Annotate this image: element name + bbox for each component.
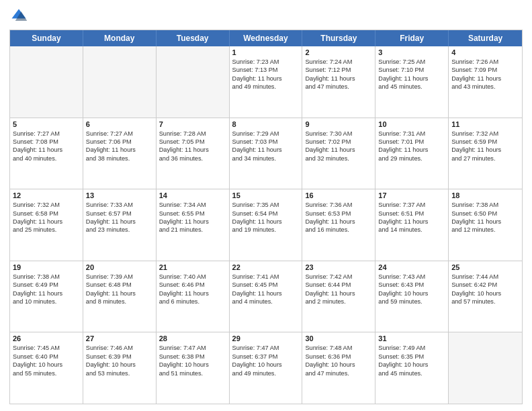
calendar-day-cell: 6Sunrise: 7:27 AMSunset: 7:06 PMDaylight… — [83, 118, 157, 189]
day-info-line: and 27 minutes. — [451, 154, 519, 163]
calendar-empty-cell — [157, 46, 230, 118]
day-info-line: Daylight: 11 hours — [451, 146, 519, 154]
day-number: 28 — [159, 334, 226, 342]
day-info-line: and 40 minutes. — [13, 154, 80, 163]
day-info-line: and 43 minutes. — [451, 83, 519, 91]
day-number: 9 — [305, 120, 372, 128]
calendar-day-cell: 27Sunrise: 7:46 AMSunset: 6:39 PMDayligh… — [83, 332, 157, 404]
day-number: 29 — [232, 334, 300, 342]
day-info-line: Daylight: 10 hours — [305, 361, 372, 369]
day-info-line: Sunset: 7:02 PM — [305, 138, 372, 146]
day-info-line: Daylight: 11 hours — [378, 75, 445, 83]
calendar-header-row: SundayMondayTuesdayWednesdayThursdayFrid… — [10, 30, 522, 46]
day-info-line: Sunset: 6:42 PM — [451, 281, 519, 289]
calendar-day-cell: 23Sunrise: 7:42 AMSunset: 6:44 PMDayligh… — [302, 261, 375, 332]
calendar-empty-cell — [83, 46, 157, 118]
day-info-line: Sunrise: 7:25 AM — [378, 58, 445, 66]
day-number: 14 — [159, 191, 226, 199]
day-info-line: Sunset: 6:38 PM — [159, 353, 226, 361]
calendar-empty-cell — [10, 46, 83, 118]
calendar-day-cell: 31Sunrise: 7:49 AMSunset: 6:35 PMDayligh… — [375, 332, 449, 404]
calendar-day-cell: 24Sunrise: 7:43 AMSunset: 6:43 PMDayligh… — [375, 261, 449, 332]
day-info-line: Sunset: 6:37 PM — [232, 353, 300, 361]
day-info-line: and 12 minutes. — [451, 226, 519, 234]
day-info-line: and 47 minutes. — [305, 83, 372, 91]
calendar-day-cell: 28Sunrise: 7:47 AMSunset: 6:38 PMDayligh… — [157, 332, 230, 404]
day-info-line: and 55 minutes. — [13, 369, 80, 377]
day-info-line: Sunrise: 7:32 AM — [13, 201, 80, 209]
day-info-line: Sunset: 7:01 PM — [378, 138, 445, 146]
day-info-line: Sunrise: 7:46 AM — [86, 344, 153, 352]
day-number: 12 — [13, 191, 80, 199]
day-info-line: Daylight: 10 hours — [86, 361, 153, 369]
day-info-line: Sunset: 6:59 PM — [451, 138, 519, 146]
day-info-line: Sunset: 6:35 PM — [378, 353, 445, 361]
day-info-line: Sunset: 6:58 PM — [13, 210, 80, 218]
day-info-line: and 19 minutes. — [232, 226, 300, 234]
calendar-day-cell: 5Sunrise: 7:27 AMSunset: 7:08 PMDaylight… — [10, 118, 83, 189]
calendar-day-cell: 4Sunrise: 7:26 AMSunset: 7:09 PMDaylight… — [449, 46, 522, 118]
day-number: 20 — [86, 263, 153, 271]
calendar-day-cell: 15Sunrise: 7:35 AMSunset: 6:54 PMDayligh… — [230, 189, 303, 261]
day-info-line: Daylight: 11 hours — [13, 289, 80, 298]
day-info-line: Sunrise: 7:27 AM — [13, 130, 80, 138]
calendar-day-cell: 26Sunrise: 7:45 AMSunset: 6:40 PMDayligh… — [10, 332, 83, 404]
day-info-line: and 49 minutes. — [232, 369, 300, 377]
logo — [9, 7, 31, 26]
day-info-line: and 45 minutes. — [378, 83, 445, 91]
day-info-line: and 14 minutes. — [378, 226, 445, 234]
day-info-line: Sunset: 6:55 PM — [159, 210, 226, 218]
day-info-line: Sunrise: 7:29 AM — [232, 130, 300, 138]
day-info-line: and 10 minutes. — [13, 298, 80, 306]
day-info-line: Sunrise: 7:47 AM — [232, 344, 300, 352]
day-info-line: and 23 minutes. — [86, 226, 153, 234]
weekday-header: Tuesday — [157, 30, 230, 46]
day-info-line: Daylight: 11 hours — [232, 218, 300, 226]
day-info-line: Sunset: 6:44 PM — [305, 281, 372, 289]
day-info-line: Daylight: 11 hours — [13, 146, 80, 154]
day-info-line: Sunset: 7:05 PM — [159, 138, 226, 146]
day-info-line: Daylight: 11 hours — [378, 218, 445, 226]
day-info-line: Daylight: 10 hours — [378, 361, 445, 369]
day-info-line: Sunrise: 7:30 AM — [305, 130, 372, 138]
day-info-line: Daylight: 11 hours — [451, 218, 519, 226]
day-info-line: and 45 minutes. — [378, 369, 445, 377]
day-number: 25 — [451, 263, 519, 271]
day-number: 18 — [451, 191, 519, 199]
calendar-day-cell: 22Sunrise: 7:41 AMSunset: 6:45 PMDayligh… — [230, 261, 303, 332]
day-info-line: and 29 minutes. — [378, 154, 445, 163]
day-info-line: Sunrise: 7:28 AM — [159, 130, 226, 138]
day-info-line: Sunset: 7:08 PM — [13, 138, 80, 146]
calendar-day-cell: 8Sunrise: 7:29 AMSunset: 7:03 PMDaylight… — [230, 118, 303, 189]
day-number: 5 — [13, 120, 80, 128]
day-info-line: and 16 minutes. — [305, 226, 372, 234]
day-info-line: Sunset: 6:36 PM — [305, 353, 372, 361]
day-info-line: and 53 minutes. — [86, 369, 153, 377]
day-info-line: Sunset: 6:53 PM — [305, 210, 372, 218]
day-info-line: Daylight: 10 hours — [451, 289, 519, 298]
day-info-line: and 36 minutes. — [159, 154, 226, 163]
calendar-row: 26Sunrise: 7:45 AMSunset: 6:40 PMDayligh… — [10, 332, 522, 404]
calendar-day-cell: 17Sunrise: 7:37 AMSunset: 6:51 PMDayligh… — [375, 189, 449, 261]
day-info-line: and 21 minutes. — [159, 226, 226, 234]
day-info-line: Daylight: 11 hours — [305, 218, 372, 226]
day-info-line: and 8 minutes. — [86, 298, 153, 306]
day-info-line: and 38 minutes. — [86, 154, 153, 163]
day-info-line: Sunrise: 7:32 AM — [451, 130, 519, 138]
weekday-header: Thursday — [302, 30, 375, 46]
day-number: 6 — [86, 120, 153, 128]
day-info-line: Daylight: 11 hours — [305, 289, 372, 298]
day-info-line: Daylight: 10 hours — [378, 289, 445, 298]
day-info-line: Sunset: 7:06 PM — [86, 138, 153, 146]
day-info-line: Sunset: 6:45 PM — [232, 281, 300, 289]
day-number: 13 — [86, 191, 153, 199]
calendar-day-cell: 7Sunrise: 7:28 AMSunset: 7:05 PMDaylight… — [157, 118, 230, 189]
day-info-line: Sunset: 7:10 PM — [378, 66, 445, 74]
day-info-line: Sunset: 6:57 PM — [86, 210, 153, 218]
day-number: 22 — [232, 263, 300, 271]
calendar-day-cell: 20Sunrise: 7:39 AMSunset: 6:48 PMDayligh… — [83, 261, 157, 332]
day-number: 27 — [86, 334, 153, 342]
day-number: 24 — [378, 263, 445, 271]
day-info-line: Daylight: 11 hours — [232, 146, 300, 154]
logo-icon — [9, 7, 28, 26]
